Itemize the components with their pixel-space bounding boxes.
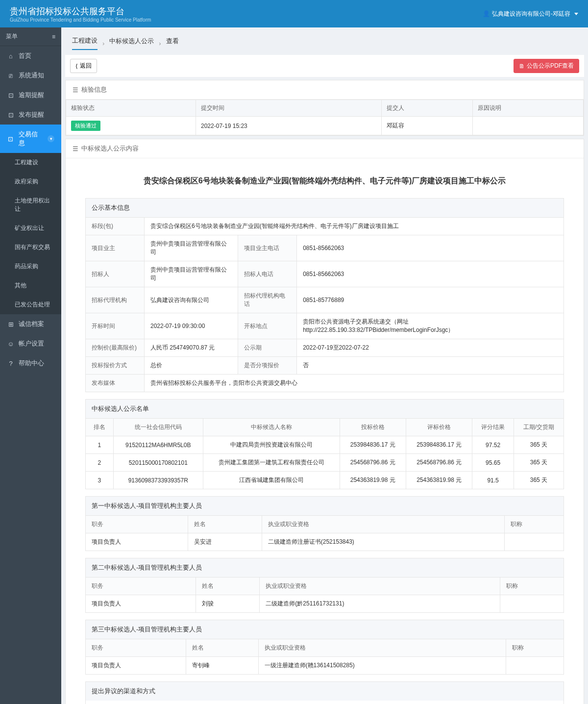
sidebar-sub-2[interactable]: 土地使用权出让 bbox=[0, 191, 61, 219]
verify-h3: 提交人 bbox=[381, 100, 472, 117]
verify-row: 核验通过 2022-07-19 15:23 邓廷容 bbox=[66, 117, 584, 135]
sidebar-sub-3[interactable]: 矿业权出让 bbox=[0, 219, 61, 238]
objection-text: 中标候选人公示至 2022-07-22 ，投标人或者其他利害关系人对依法必须进行… bbox=[85, 701, 564, 704]
table-row: 项目负责人刘骏二级建造师(黔251161732131) bbox=[86, 595, 564, 613]
sidebar-item-3[interactable]: ⊡发布提醒 bbox=[0, 105, 61, 125]
user-icon: 👤 bbox=[483, 10, 490, 17]
user-menu[interactable]: 👤 弘典建设咨询有限公司-邓廷容 bbox=[483, 10, 578, 18]
app-subtitle: GuiZhou Province Tendering and Bidding P… bbox=[10, 17, 151, 23]
sidebar-item-0[interactable]: ⌂首页 bbox=[0, 46, 61, 66]
sidebar-sub-1[interactable]: 政府采购 bbox=[0, 172, 61, 191]
candidate-title-0: 第一中标候选人-项目管理机构主要人员 bbox=[85, 496, 564, 515]
candidate-title-2: 第三中标候选人-项目管理机构主要人员 bbox=[85, 620, 564, 639]
sidebar-sub-6[interactable]: 其他 bbox=[0, 276, 61, 295]
sidebar-item-1[interactable]: ⎚系统通知 bbox=[0, 66, 61, 85]
app-title: 贵州省招标投标公共服务平台 bbox=[10, 5, 151, 17]
status-badge: 核验通过 bbox=[71, 121, 100, 131]
sidebar-item-7[interactable]: ?帮助中心 bbox=[0, 353, 61, 373]
sidebar-icon: ⎚ bbox=[7, 72, 15, 79]
toolbar: ⟨ 返回 🗎 公告公示PDF查看 bbox=[65, 55, 584, 77]
verify-panel: ☰核验信息 核验状态 提交时间 提交人 原因说明 核验通过 2022-07-19… bbox=[65, 80, 584, 136]
sidebar-icon: ⊡ bbox=[7, 111, 15, 119]
user-name: 弘典建设咨询有限公司-邓廷容 bbox=[492, 10, 570, 18]
sidebar-icon: ⌂ bbox=[7, 52, 15, 60]
candidate-table-0: 职务姓名执业或职业资格职称项目负责人吴安进二级建造师注册证书(252153843… bbox=[85, 515, 564, 551]
verify-h4: 原因说明 bbox=[473, 100, 584, 117]
list-icon: ☰ bbox=[73, 145, 78, 152]
candidate-title-1: 第二中标候选人-项目管理机构主要人员 bbox=[85, 558, 564, 577]
sidebar-icon: ? bbox=[7, 359, 15, 367]
list-title: 中标候选人公示名单 bbox=[85, 399, 564, 418]
sidebar-item-2[interactable]: ⊡逾期提醒 bbox=[0, 85, 61, 105]
candidate-list-table: 排名统一社会信用代码中标候选人名称投标价格评标价格评分结果工期/交货期 1915… bbox=[85, 418, 564, 489]
app-header: 贵州省招标投标公共服务平台 GuiZhou Province Tendering… bbox=[0, 0, 588, 27]
basic-info-table: 标段(包)贵安综合保税区6号地块装备制造业产业园(智能终端外壳结构件、电子元件等… bbox=[85, 217, 564, 392]
breadcrumb-1[interactable]: 工程建设 bbox=[72, 36, 98, 50]
basic-info-title: 公示基本信息 bbox=[85, 198, 564, 217]
table-row: 项目负责人寄钊峰一级注册建造师(赣136141508285) bbox=[86, 657, 564, 675]
sidebar-item-5[interactable]: ⊞诚信档案 bbox=[0, 314, 61, 334]
sidebar-sub-0[interactable]: 工程建设 bbox=[0, 153, 61, 172]
list-icon: ☰ bbox=[73, 86, 78, 94]
announce-panel: ☰中标候选人公示内容 贵安综合保税区6号地块装备制造业产业园(智能终端外壳结构件… bbox=[65, 139, 584, 704]
breadcrumb-2[interactable]: 中标候选人公示 bbox=[109, 37, 154, 50]
sidebar-icon: ☺ bbox=[7, 340, 15, 348]
sidebar-item-6[interactable]: ☺帐户设置 bbox=[0, 334, 61, 353]
verify-h2: 提交时间 bbox=[196, 100, 382, 117]
sidebar-icon: ⊡ bbox=[7, 91, 15, 99]
sidebar-sub-5[interactable]: 药品采购 bbox=[0, 257, 61, 276]
back-button[interactable]: ⟨ 返回 bbox=[70, 59, 97, 73]
sidebar-sub-7[interactable]: 已发公告处理 bbox=[0, 295, 61, 314]
breadcrumb-3[interactable]: 查看 bbox=[166, 37, 179, 50]
verify-h1: 核验状态 bbox=[66, 100, 196, 117]
sidebar-item-4[interactable]: ⊡交易信息▾ bbox=[0, 125, 61, 153]
breadcrumb: 工程建设 › 中标候选人公示 › 查看 bbox=[65, 31, 584, 55]
doc-title: 贵安综合保税区6号地块装备制造业产业园(智能终端外壳结构件、电子元件等)厂房建设… bbox=[85, 168, 564, 198]
table-row: 191520112MA6HMR5L0B中建四局贵州投资建设有限公司2539848… bbox=[86, 436, 564, 454]
objection-title: 提出异议的渠道和方式 bbox=[85, 681, 564, 701]
sidebar-icon: ⊞ bbox=[7, 320, 15, 328]
sidebar: 菜单 ≡ ⌂首页⎚系统通知⊡逾期提醒⊡发布提醒⊡交易信息▾工程建设政府采购土地使… bbox=[0, 27, 61, 704]
table-row: 391360983733939357R江西省城建集团有限公司254363819.… bbox=[86, 472, 564, 489]
candidate-table-1: 职务姓名执业或职业资格职称项目负责人刘骏二级建造师(黔251161732131) bbox=[85, 577, 564, 613]
pdf-view-button[interactable]: 🗎 公告公示PDF查看 bbox=[514, 59, 579, 73]
sidebar-sub-4[interactable]: 国有产权交易 bbox=[0, 238, 61, 257]
table-row: 项目负责人吴安进二级建造师注册证书(252153843) bbox=[86, 533, 564, 551]
verify-title: 核验信息 bbox=[81, 85, 107, 94]
sidebar-icon: ⊡ bbox=[7, 135, 15, 143]
announce-panel-title: 中标候选人公示内容 bbox=[81, 144, 139, 153]
candidate-table-2: 职务姓名执业或职业资格职称项目负责人寄钊峰一级注册建造师(赣1361415082… bbox=[85, 639, 564, 675]
chevron-down-icon: ▾ bbox=[48, 135, 54, 142]
table-row: 2520115000170802101贵州建工集团第一建筑工程有限责任公司254… bbox=[86, 454, 564, 472]
chevron-down-icon bbox=[574, 13, 578, 15]
sidebar-menu-label: 菜单 bbox=[6, 32, 18, 41]
collapse-icon[interactable]: ≡ bbox=[52, 33, 55, 40]
